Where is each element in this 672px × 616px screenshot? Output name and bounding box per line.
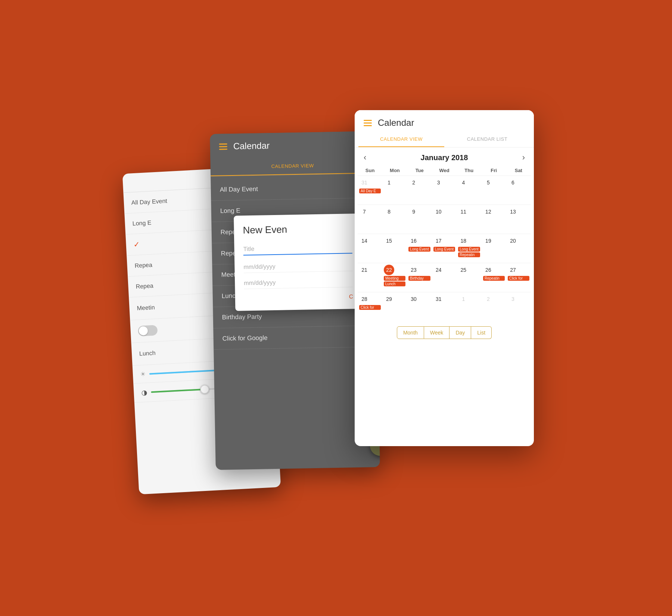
cal-cell-jan11[interactable]: 11 xyxy=(457,205,482,234)
cal-cell-jan2[interactable]: 2 xyxy=(407,175,432,205)
cal-nav: ‹ January 2018 › xyxy=(355,147,534,165)
month-title: January 2018 xyxy=(421,153,468,162)
cal-cell-dec31[interactable]: 31 All Day E xyxy=(358,175,382,205)
day-4: 4 xyxy=(458,177,469,188)
cal-cell-feb2[interactable]: 2 xyxy=(482,292,506,321)
cal-cell-jan14[interactable]: 14 xyxy=(358,234,382,263)
cal-cell-jan15[interactable]: 15 xyxy=(382,234,407,263)
cal-cell-jan20[interactable]: 20 xyxy=(506,234,531,263)
dark-tabs: CALENDAR VIEW xyxy=(210,156,375,177)
cal-cell-jan24[interactable]: 24 xyxy=(432,263,457,292)
event-longevent-17[interactable]: Long Event xyxy=(433,247,455,252)
cal-cell-jan5[interactable]: 5 xyxy=(482,175,506,205)
contrast-thumb[interactable] xyxy=(200,385,209,394)
event-clickfor-27[interactable]: Click for xyxy=(508,276,529,281)
cal-cell-jan6[interactable]: 6 xyxy=(506,175,531,205)
day-25: 25 xyxy=(458,265,469,275)
event-clickfor-28[interactable]: Click for xyxy=(359,305,381,310)
cal-cell-jan19[interactable]: 19 xyxy=(482,234,506,263)
panel-stack: تنظیمات All Day Event Long E ✓ Repea Rep… xyxy=(168,103,504,513)
day-2: 2 xyxy=(408,177,419,188)
main-hamburger-icon[interactable] xyxy=(364,120,372,126)
cal-cell-jan31[interactable]: 31 xyxy=(432,292,457,321)
cal-cell-jan4[interactable]: 4 xyxy=(457,175,482,205)
cal-cell-jan18[interactable]: 18 Long Event Repeatin xyxy=(457,234,482,263)
view-list-button[interactable]: List xyxy=(471,326,492,339)
day-5: 5 xyxy=(483,177,494,188)
cal-cell-feb1[interactable]: 1 xyxy=(457,292,482,321)
day-7: 7 xyxy=(359,206,370,217)
tab-calendar-view[interactable]: CALENDAR VIEW xyxy=(358,132,444,147)
cal-cell-jan17[interactable]: 17 Long Event xyxy=(432,234,457,263)
weekday-mon: Mon xyxy=(382,165,407,175)
day-11: 11 xyxy=(458,206,469,217)
cal-cell-jan25[interactable]: 25 xyxy=(457,263,482,292)
day-19: 19 xyxy=(483,236,494,246)
cal-cell-jan3[interactable]: 3 xyxy=(432,175,457,205)
cal-cell-feb3[interactable]: 3 xyxy=(506,292,531,321)
main-header: Calendar xyxy=(355,110,534,132)
contrast-icon: ◑ xyxy=(141,388,147,397)
view-day-button[interactable]: Day xyxy=(449,326,471,339)
cal-cell-jan13[interactable]: 13 xyxy=(506,205,531,234)
cal-cell-jan8[interactable]: 8 xyxy=(382,205,407,234)
cancel-button[interactable]: C xyxy=(349,293,353,299)
new-event-date-from: mm/dd/yyyy xyxy=(243,259,352,273)
empty-toggle[interactable] xyxy=(138,325,158,336)
dark-title: Calendar xyxy=(233,140,270,152)
weekday-sun: Sun xyxy=(358,165,382,175)
cal-cell-jan16[interactable]: 16 Long Event xyxy=(407,234,432,263)
event-allday[interactable]: All Day E xyxy=(359,189,381,193)
day-9: 9 xyxy=(408,206,419,217)
day-8: 8 xyxy=(384,206,394,217)
cal-cell-jan9[interactable]: 9 xyxy=(407,205,432,234)
day-30: 30 xyxy=(408,294,419,304)
cal-cell-jan22[interactable]: 22 Meeting Lunch xyxy=(382,263,407,292)
cal-cell-jan28[interactable]: 28 Click for xyxy=(358,292,382,321)
cal-cell-jan10[interactable]: 10 xyxy=(432,205,457,234)
view-week-button[interactable]: Week xyxy=(424,326,450,339)
day-17: 17 xyxy=(433,236,444,246)
cal-cell-jan1[interactable]: 1 xyxy=(382,175,407,205)
day-28: 28 xyxy=(359,294,370,304)
day-6: 6 xyxy=(508,177,518,188)
prev-month-button[interactable]: ‹ xyxy=(364,153,366,162)
dark-header: Calendar xyxy=(210,131,374,159)
day-27: 27 xyxy=(508,265,518,275)
checkmark-icon: ✓ xyxy=(133,240,140,249)
dark-tab-calview[interactable]: CALENDAR VIEW xyxy=(210,156,375,176)
cal-cell-jan21[interactable]: 21 xyxy=(358,263,382,292)
new-event-title-input[interactable] xyxy=(243,242,352,255)
day-18: 18 xyxy=(458,236,469,246)
cal-cell-jan23[interactable]: 23 Birthday xyxy=(407,263,432,292)
event-longevent-18[interactable]: Long Event xyxy=(458,247,480,252)
event-lunch[interactable]: Lunch xyxy=(384,281,405,286)
weekday-sat: Sat xyxy=(506,165,531,175)
event-repeating-18[interactable]: Repeatin xyxy=(458,252,480,257)
hamburger-icon-dark[interactable] xyxy=(219,143,227,150)
brightness-fill xyxy=(149,369,220,374)
next-month-button[interactable]: › xyxy=(522,153,525,162)
cal-cell-jan12[interactable]: 12 xyxy=(482,205,506,234)
event-repeating-26[interactable]: Repeatin xyxy=(483,276,505,281)
day-23: 23 xyxy=(408,265,419,275)
day-29: 29 xyxy=(384,294,394,304)
cal-cell-jan30[interactable]: 30 xyxy=(407,292,432,321)
weekday-wed: Wed xyxy=(432,165,457,175)
day-24: 24 xyxy=(433,265,444,275)
view-month-button[interactable]: Month xyxy=(397,326,424,339)
cal-cell-jan7[interactable]: 7 xyxy=(358,205,382,234)
cal-cell-jan29[interactable]: 29 xyxy=(382,292,407,321)
event-meeting[interactable]: Meeting xyxy=(384,276,405,281)
day-1-feb: 1 xyxy=(458,294,469,304)
cal-cell-jan26[interactable]: 26 Repeatin xyxy=(482,263,506,292)
new-event-dialog: New Even mm/dd/yyyy mm/dd/yyyy C xyxy=(234,214,362,311)
event-birthday[interactable]: Birthday xyxy=(408,276,430,281)
weekday-tue: Tue xyxy=(407,165,432,175)
new-event-date-to: mm/dd/yyyy xyxy=(244,276,353,289)
event-longevent-16[interactable]: Long Event xyxy=(408,247,430,252)
day-20: 20 xyxy=(508,236,518,246)
cal-cell-jan27[interactable]: 27 Click for xyxy=(506,263,531,292)
tab-calendar-list[interactable]: CALENDAR LIST xyxy=(444,132,530,147)
day-15: 15 xyxy=(384,236,394,246)
